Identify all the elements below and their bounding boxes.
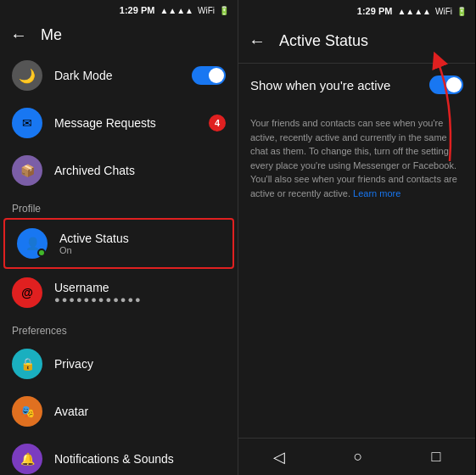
username-value: ●●●●●●●●●●●● [54, 294, 143, 305]
archived-chats-label: Archived Chats [54, 164, 226, 177]
signal-icon-right: ▲▲▲▲ [397, 7, 431, 16]
username-label: Username [54, 281, 143, 294]
dark-mode-toggle[interactable] [192, 66, 226, 85]
active-status-description: Your friends and contacts can see when y… [238, 108, 475, 209]
left-panel: 1:29 PM ▲▲▲▲ WiFi 🔋 ← Me 🌙 Dark Mode ✉ M… [0, 0, 238, 475]
left-header: ← Me [0, 19, 238, 52]
left-header-title: Me [41, 26, 62, 44]
divider-right [238, 63, 475, 64]
username-icon: @ [12, 277, 42, 308]
message-requests-badge: 4 [209, 115, 226, 131]
wifi-icon: WiFi [198, 6, 215, 15]
time-right: 1:29 PM [357, 6, 393, 16]
show-when-active-label: Show when you're active [250, 78, 429, 92]
menu-item-archived-chats[interactable]: 📦 Archived Chats [0, 147, 238, 194]
menu-item-privacy[interactable]: 🔒 Privacy [0, 340, 238, 388]
active-status-dot [37, 249, 46, 257]
status-bar-right: 1:29 PM ▲▲▲▲ WiFi 🔋 [238, 0, 475, 20]
active-status-label: Active Status [59, 232, 129, 245]
preferences-section-label: Preferences [0, 316, 238, 340]
notifications-label: Notifications & Sounds [54, 452, 226, 466]
menu-item-username[interactable]: @ Username ●●●●●●●●●●●● [0, 269, 238, 316]
right-panel: 1:29 PM ▲▲▲▲ WiFi 🔋 ← Active Status Show… [238, 0, 475, 475]
menu-item-message-requests[interactable]: ✉ Message Requests 4 [0, 99, 238, 147]
nav-bar-right: ◁ ○ □ [238, 438, 475, 475]
right-header: ← Active Status [238, 20, 475, 61]
battery-icon-right: 🔋 [456, 7, 467, 16]
right-header-title: Active Status [279, 32, 368, 50]
notifications-icon: 🔔 [12, 444, 42, 474]
menu-item-notifications[interactable]: 🔔 Notifications & Sounds [0, 435, 238, 475]
active-status-labels: Active Status On [59, 232, 129, 255]
status-icons-right: ▲▲▲▲ WiFi 🔋 [397, 7, 467, 16]
nav-recent-right[interactable]: □ [415, 444, 458, 469]
time-left: 1:29 PM [120, 5, 155, 15]
status-icons-left: ▲▲▲▲ WiFi 🔋 [160, 6, 229, 15]
active-status-toggle-row[interactable]: Show when you're active [238, 65, 475, 104]
menu-item-avatar[interactable]: 🎭 Avatar [0, 388, 238, 435]
active-status-icon-wrapper: 👤 [17, 228, 48, 259]
learn-more-link[interactable]: Learn more [353, 188, 400, 198]
back-button-right[interactable]: ← [249, 31, 266, 51]
nav-home-right[interactable]: ○ [337, 444, 380, 469]
status-bar-left: 1:29 PM ▲▲▲▲ WiFi 🔋 [0, 0, 238, 19]
active-status-toggle[interactable] [429, 75, 463, 94]
description-text: Your friends and contacts can see when y… [250, 118, 457, 198]
menu-item-active-status[interactable]: 👤 Active Status On [5, 220, 232, 267]
username-labels: Username ●●●●●●●●●●●● [54, 281, 143, 305]
dark-mode-icon: 🌙 [12, 60, 42, 91]
active-toggle-knob [446, 77, 462, 92]
menu-item-dark-mode[interactable]: 🌙 Dark Mode [0, 52, 238, 99]
wifi-icon-right: WiFi [435, 7, 452, 16]
privacy-label: Privacy [54, 357, 226, 371]
toggle-knob [209, 68, 224, 83]
dark-mode-label: Dark Mode [54, 69, 192, 82]
profile-section-label: Profile [0, 194, 238, 218]
avatar-icon: 🎭 [12, 396, 42, 427]
active-status-sublabel: On [59, 245, 129, 255]
privacy-icon: 🔒 [12, 349, 42, 379]
signal-icon: ▲▲▲▲ [160, 6, 193, 15]
back-button-left[interactable]: ← [10, 25, 27, 45]
nav-back-right[interactable]: ◁ [256, 444, 302, 470]
archived-chats-icon: 📦 [12, 155, 42, 186]
battery-icon: 🔋 [219, 6, 229, 15]
avatar-label: Avatar [54, 405, 226, 418]
message-requests-icon: ✉ [12, 108, 42, 138]
active-status-container: 👤 Active Status On [3, 218, 234, 269]
message-requests-label: Message Requests [54, 116, 209, 130]
